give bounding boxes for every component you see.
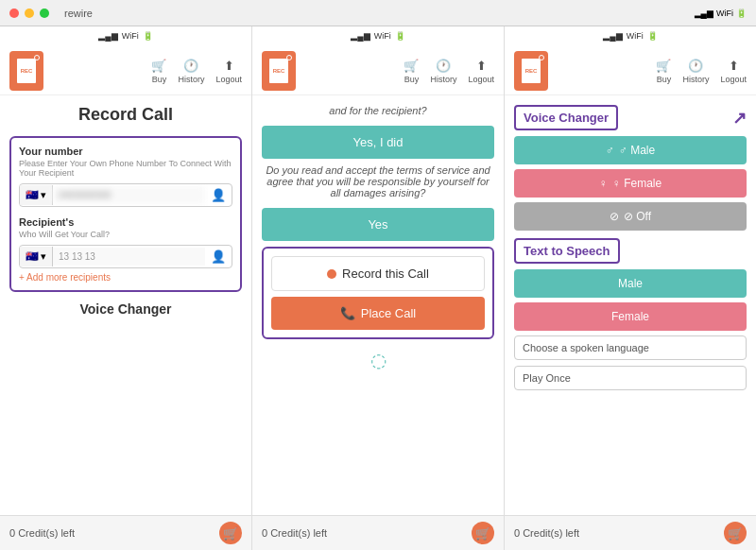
nav-history-label-3: History [682,75,709,84]
recipients-field[interactable] [53,248,205,266]
nav-logout-label-3: Logout [720,75,747,84]
place-call-button[interactable]: 📞 Place Call [271,297,485,330]
off-icon: ⊘ [610,210,619,223]
your-number-input-row: 🇦🇺 ▾ 👤 [19,183,232,207]
nav-history-label-1: History [178,75,204,84]
logo-icon-2: REC [262,51,296,91]
phone-icon: 📞 [340,306,355,320]
add-more-link[interactable]: + Add more recipients [19,272,232,283]
tts-section: Text to Speech Male Female Choose a spok… [514,238,747,396]
page-title-1: Record Call [9,105,242,125]
logo-inner-3: REC [520,57,542,85]
signal-1: ▂▄▆ [98,31,117,41]
male-voice-button[interactable]: ♂ ♂ Male [514,136,747,164]
flag-1: 🇦🇺 [26,189,39,201]
logout-icon-2: ⬆ [476,59,487,73]
bottom-bar-2: 0 Credit(s) left 🛒 [252,515,504,550]
tts-female-label: Female [611,310,649,323]
nav-logout-1[interactable]: ⬆ Logout [215,59,242,84]
nav-2: 🛒 Buy 🕐 History ⬆ Logout [404,59,494,84]
your-number-section: Your number Please Enter Your Own Phone … [9,136,242,292]
content-2: and for the recipient? Yes, I did Do you… [252,95,504,515]
recipients-hint: Who Will Get Your Call? [19,230,232,239]
yes-i-did-button[interactable]: Yes, I did [262,126,494,159]
nav-buy-label-2: Buy [404,75,420,84]
logout-icon-1: ⬆ [224,59,234,73]
your-number-hint: Please Enter Your Own Phone Number To Co… [19,159,232,178]
tts-female-button[interactable]: Female [514,302,747,331]
nav-buy-2[interactable]: 🛒 Buy [404,59,419,84]
nav-1: 🛒 Buy 🕐 History ⬆ Logout [151,59,242,84]
signal-3: ▂▄▆ [603,31,622,41]
browser-title: rewire [64,8,93,19]
nav-buy-label-1: Buy [152,75,167,84]
tts-male-button[interactable]: Male [514,269,747,298]
close-dot[interactable] [9,9,19,18]
cart-button-1[interactable]: 🛒 [219,522,242,544]
logo-dot-2 [286,55,292,60]
header-1: REC 🛒 Buy 🕐 History ⬆ Logout [0,45,251,95]
logout-icon-3: ⬆ [729,59,739,73]
play-select[interactable]: Play Once Play Twice Loop [514,366,747,390]
battery-icon: 🔋 [736,9,747,18]
nav-buy-label-3: Buy [657,75,672,84]
flag-selector-1[interactable]: 🇦🇺 ▾ [20,185,53,205]
logo-dot-1 [34,55,40,60]
language-select[interactable]: Choose a spoken language English Spanish… [514,335,747,360]
contact-icon-2[interactable]: 👤 [205,246,232,267]
status-bar-1: ▂▄▆ WiFi 🔋 [0,26,251,45]
nav-buy-3[interactable]: 🛒 Buy [656,59,671,84]
minimize-dot[interactable] [25,9,34,18]
panel-record-call: ▂▄▆ WiFi 🔋 REC 🛒 Buy 🕐 H [0,26,252,550]
status-bar-3: ▂▄▆ WiFi 🔋 [505,26,756,45]
tts-male-label: Male [618,277,643,290]
nav-history-2[interactable]: 🕐 History [430,59,456,84]
voice-changer-title-1: Voice Changer [9,301,242,317]
off-label: ⊘ Off [624,210,651,223]
contact-icon-1[interactable]: 👤 [205,184,232,206]
cart-button-2[interactable]: 🛒 [472,522,494,544]
recipients-input-row: 🇦🇺 ▾ 👤 [19,245,232,268]
battery-1: 🔋 [143,31,153,41]
voice-changer-header: Voice Changer ↗ [514,105,747,130]
credits-label-3: 0 Credit(s) left [514,527,579,539]
browser-controls: rewire [9,8,93,19]
signal-icon: ▂▄▆ [695,9,713,18]
record-dot [327,269,336,279]
record-this-call-button[interactable]: Record this Call [271,256,485,291]
bottom-bar-1: 0 Credit(s) left 🛒 [0,515,251,550]
nav-logout-label-1: Logout [215,75,242,84]
buy-icon-2: 🛒 [404,59,419,73]
male-label: ♂ Male [619,144,655,157]
flag-selector-2[interactable]: 🇦🇺 ▾ [20,247,53,266]
credits-label-1: 0 Credit(s) left [9,527,75,539]
history-icon-2: 🕐 [436,59,451,73]
logo-1: REC [9,51,43,91]
nav-history-3[interactable]: 🕐 History [682,59,709,84]
panels-container: ▂▄▆ WiFi 🔋 REC 🛒 Buy 🕐 H [0,26,756,550]
browser-bar: rewire ▂▄▆ WiFi 🔋 [0,0,756,26]
wifi-icon: WiFi [716,9,733,18]
logo-inner-1: REC [15,57,38,85]
flag-2: 🇦🇺 [26,250,39,263]
off-voice-button[interactable]: ⊘ ⊘ Off [514,202,747,231]
logo-rec-3: REC [525,68,538,74]
record-label: Record this Call [342,266,429,281]
arrow-up-right-icon: ↗ [732,108,747,129]
nav-logout-2[interactable]: ⬆ Logout [468,59,494,84]
nav-history-1[interactable]: 🕐 History [178,59,204,84]
logo-3: REC [514,51,548,91]
browser-status: ▂▄▆ WiFi 🔋 [695,9,747,18]
flag-chevron-1: ▾ [41,189,46,201]
buy-icon-3: 🛒 [656,59,671,73]
yes-button[interactable]: Yes [262,208,494,241]
tts-badge: Text to Speech [514,238,620,264]
maximize-dot[interactable] [40,9,49,18]
nav-buy-1[interactable]: 🛒 Buy [151,59,166,84]
credits-label-2: 0 Credit(s) left [262,527,327,539]
cart-button-3[interactable]: 🛒 [724,522,747,544]
nav-logout-3[interactable]: ⬆ Logout [720,59,747,84]
female-voice-button[interactable]: ♀ ♀ Female [514,169,747,198]
your-number-field[interactable] [53,186,205,204]
buy-icon-1: 🛒 [151,59,166,73]
